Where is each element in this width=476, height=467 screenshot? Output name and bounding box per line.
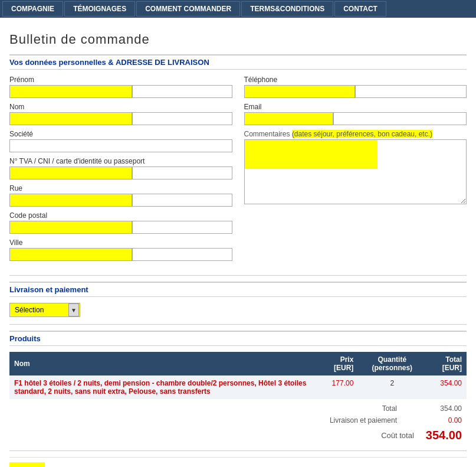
commentaires-textarea[interactable] (244, 139, 467, 204)
commentaires-hint: (dates séjour, préférences, bon cadeau, … (292, 130, 432, 138)
telephone-input[interactable] (244, 85, 356, 98)
telephone-label: Téléphone (244, 76, 467, 84)
nav-terms[interactable]: TERMS&CONDITIONS (241, 1, 333, 17)
livraison-section: Livraison et paiement Sélection ▼ (9, 282, 467, 317)
nom-input[interactable] (9, 112, 132, 125)
nav-temoignages[interactable]: TÉMOIGNAGES (64, 1, 135, 17)
email-group: Email (244, 103, 467, 125)
prenom-group: Prénom (9, 76, 232, 98)
prenom-input2[interactable] (132, 85, 232, 98)
ville-input[interactable] (9, 248, 132, 261)
code-postal-input2[interactable] (132, 221, 232, 234)
form-left: Prénom Nom Société (9, 76, 232, 266)
yellow-decoration (9, 462, 45, 467)
livraison-total-row: Livraison et paiement 0.00 (9, 414, 467, 426)
nav-contact[interactable]: CONTACT (334, 1, 386, 17)
divider-3 (9, 450, 467, 451)
form-grid: Prénom Nom Société (9, 76, 467, 266)
section-produits-title: Produits (9, 331, 467, 346)
table-body: F1 hôtel 3 étoiles / 2 nuits, demi pensi… (9, 375, 467, 399)
table-header-row: Nom Prix [EUR] Quantité (personnes) Tota… (9, 352, 467, 375)
form-right: Téléphone Email Commentaires (244, 76, 467, 266)
product-prix-cell: 177.00 (319, 375, 358, 399)
table-head: Nom Prix [EUR] Quantité (personnes) Tota… (9, 352, 467, 375)
societe-group: Société (9, 130, 232, 152)
total-label: Total (382, 404, 397, 413)
ville-input2[interactable] (132, 248, 232, 261)
tva-label: N° TVA / CNI / carte d'identité ou passe… (9, 157, 232, 165)
cout-total-value: 354.00 (426, 429, 462, 442)
rue-group: Rue (9, 184, 232, 207)
livraison-total-value: 0.00 (421, 416, 462, 424)
prenom-label: Prénom (9, 76, 232, 84)
divider-2 (9, 324, 467, 325)
divider-1 (9, 275, 467, 276)
selection-wrapper: Sélection ▼ (9, 303, 80, 317)
societe-label: Société (9, 130, 232, 138)
total-row: Total 354.00 (9, 403, 467, 414)
cout-total-label: Coût total (381, 431, 414, 440)
email-input2[interactable] (333, 112, 467, 125)
code-postal-label: Code postal (9, 211, 232, 220)
ville-group: Ville (9, 239, 232, 261)
col-total: Total [EUR] (426, 352, 467, 375)
livraison-total-label: Livraison et paiement (330, 416, 397, 424)
nav-bar: COMPAGNIE TÉMOIGNAGES COMMENT COMMANDER … (0, 0, 476, 18)
nom-input2[interactable] (132, 112, 232, 125)
nav-comment-commander[interactable]: COMMENT COMMANDER (136, 1, 240, 17)
col-quantite: Quantité (personnes) (358, 352, 426, 375)
email-input[interactable] (244, 112, 333, 125)
commentaires-group: Commentaires (dates séjour, préférences,… (244, 130, 467, 206)
tva-group: N° TVA / CNI / carte d'identité ou passe… (9, 157, 232, 179)
section-livraison-title: Livraison et paiement (9, 282, 467, 297)
cout-total-row: Coût total 354.00 (9, 426, 467, 445)
code-postal-input[interactable] (9, 221, 132, 234)
rue-input2[interactable] (132, 194, 232, 207)
nav-compagnie[interactable]: COMPAGNIE (2, 1, 63, 17)
nom-group: Nom (9, 103, 232, 125)
table-row: F1 hôtel 3 étoiles / 2 nuits, demi pensi… (9, 375, 467, 399)
section-personal-title: Vos données personnelles & ADRESSE DE LI… (9, 54, 467, 70)
product-total-cell: 354.00 (426, 375, 467, 399)
rue-label: Rue (9, 184, 232, 192)
personal-data-section: Vos données personnelles & ADRESSE DE LI… (9, 54, 467, 266)
page-content: Bulletin de commande Vos données personn… (0, 18, 476, 467)
tva-input2[interactable] (132, 166, 232, 179)
rue-input[interactable] (9, 194, 132, 207)
products-table: Nom Prix [EUR] Quantité (personnes) Tota… (9, 352, 467, 399)
total-value: 354.00 (421, 404, 462, 413)
societe-input[interactable] (9, 139, 232, 152)
commentaires-header: Commentaires (dates séjour, préférences,… (244, 130, 467, 138)
code-postal-group: Code postal (9, 211, 232, 234)
email-label: Email (244, 103, 467, 111)
tva-input[interactable] (9, 166, 132, 179)
selection-select[interactable]: Sélection (9, 303, 80, 317)
nom-label: Nom (9, 103, 232, 111)
page-title: Bulletin de commande (9, 32, 467, 47)
col-nom: Nom (9, 352, 319, 375)
products-section: Produits Nom Prix [EUR] Quantité (person… (9, 331, 467, 467)
bottom-section: J'accepte les conditions de vente ( Lire… (9, 457, 467, 467)
telephone-group: Téléphone (244, 76, 467, 98)
product-quantite-cell: 2 (358, 375, 426, 399)
commentaires-label: Commentaires (244, 130, 290, 138)
ville-label: Ville (9, 239, 232, 247)
product-name-cell: F1 hôtel 3 étoiles / 2 nuits, demi pensi… (9, 375, 319, 399)
commentaires-hint-text: (dates séjour, préférences, bon cadeau, … (292, 130, 432, 138)
prenom-input[interactable] (9, 85, 132, 98)
col-prix: Prix [EUR] (319, 352, 358, 375)
product-link[interactable]: F1 hôtel 3 étoiles / 2 nuits, demi pensi… (14, 379, 306, 396)
telephone-input2[interactable] (355, 85, 467, 98)
